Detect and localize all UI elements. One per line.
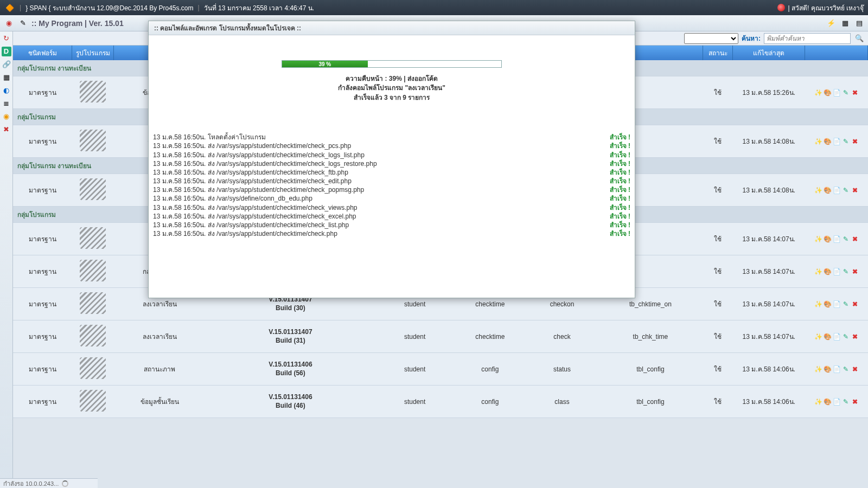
dialog-title: :: คอมไพล์และอัพเกรด โปรแกรมทั้งหมดในโปร… (149, 21, 635, 31)
compile-dialog: :: คอมไพล์และอัพเกรด โปรแกรมทั้งหมดในโปร… (148, 21, 635, 31)
